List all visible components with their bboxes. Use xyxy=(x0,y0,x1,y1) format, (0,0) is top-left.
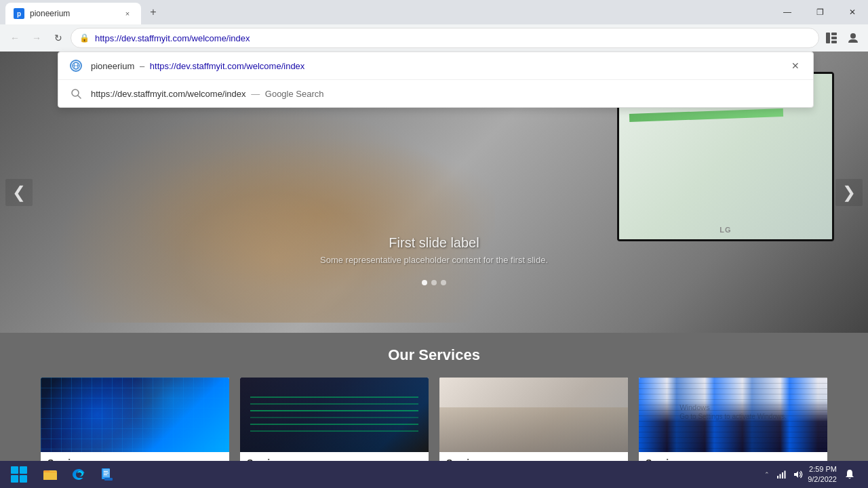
slide-indicator-3[interactable] xyxy=(441,280,446,285)
autocomplete-close-button[interactable]: ✕ xyxy=(789,59,802,73)
lock-icon: 🔒 xyxy=(79,33,90,43)
slide-indicator-1[interactable] xyxy=(422,280,427,285)
minimize-button[interactable]: — xyxy=(772,0,803,24)
autocomplete-search-text: https://dev.staffmyit.com/welcome/index … xyxy=(91,89,802,99)
svg-rect-14 xyxy=(104,471,108,472)
network-icon[interactable] xyxy=(775,468,789,481)
autocomplete-item-site[interactable]: pioneerium – https://dev.staffmyit.com/w… xyxy=(58,52,813,80)
monitor-brand-label: LG xyxy=(719,226,731,234)
service-image-3 xyxy=(439,378,628,452)
windows-logo-icon xyxy=(11,466,27,483)
taskbar: ⌃ 2:59 PM 9/2/2022 xyxy=(0,461,868,488)
file-explorer-icon xyxy=(42,466,58,483)
sidebar-button[interactable] xyxy=(822,28,841,47)
taskbar-file-explorer[interactable] xyxy=(37,462,64,487)
slide-indicator-2[interactable] xyxy=(431,280,437,285)
refresh-button[interactable]: ↻ xyxy=(49,28,68,47)
slide-label: First slide label xyxy=(320,235,548,251)
svg-rect-15 xyxy=(104,473,108,474)
svg-rect-3 xyxy=(831,41,837,43)
sys-tray-expand-button[interactable]: ⌃ xyxy=(762,464,772,485)
close-button[interactable]: ✕ xyxy=(837,0,868,24)
globe-icon-inner xyxy=(70,60,82,72)
slide-prev-button[interactable]: ❮ xyxy=(5,179,33,206)
svg-rect-16 xyxy=(104,474,107,475)
svg-rect-11 xyxy=(43,472,57,480)
svg-rect-20 xyxy=(782,472,783,479)
autocomplete-dropdown: pioneerium – https://dev.staffmyit.com/w… xyxy=(58,52,814,108)
services-grid: Service Service Service Service xyxy=(41,378,827,461)
tab-favicon: p xyxy=(14,8,24,19)
address-text: https://dev.staffmyit.com/welcome/index xyxy=(95,33,810,43)
clock-date: 9/2/2022 xyxy=(808,474,837,485)
search-icon xyxy=(69,87,83,100)
globe-icon xyxy=(69,59,83,73)
svg-rect-21 xyxy=(785,471,786,479)
clock-time: 2:59 PM xyxy=(808,464,837,474)
svg-line-9 xyxy=(78,96,81,98)
svg-point-4 xyxy=(850,33,856,39)
address-bar[interactable]: 🔒 https://dev.staffmyit.com/welcome/inde… xyxy=(71,28,819,48)
profile-icon xyxy=(847,32,859,44)
tab-close-button[interactable]: × xyxy=(122,8,133,19)
service-card-1[interactable]: Service xyxy=(41,378,229,461)
taskbar-right: ⌃ 2:59 PM 9/2/2022 xyxy=(756,464,865,485)
new-tab-button[interactable]: + xyxy=(144,3,163,22)
slide-next-button[interactable]: ❯ xyxy=(835,179,863,206)
service-label-3: Service xyxy=(439,452,628,461)
notification-button[interactable] xyxy=(840,464,860,485)
taskbar-files-app[interactable] xyxy=(94,462,121,487)
autocomplete-item-search[interactable]: https://dev.staffmyit.com/welcome/index … xyxy=(58,80,813,107)
svg-rect-19 xyxy=(780,474,781,479)
address-row: ← → ↻ 🔒 https://dev.staffmyit.com/welcom… xyxy=(0,24,868,52)
service-card-2[interactable]: Service xyxy=(240,378,429,461)
notification-icon xyxy=(844,469,855,480)
profile-button[interactable] xyxy=(844,28,863,47)
edge-browser-icon xyxy=(71,466,87,483)
service-image-1 xyxy=(41,378,229,452)
autocomplete-site-text: pioneerium – https://dev.staffmyit.com/w… xyxy=(91,61,781,71)
hero-slide-text: First slide label Some representative pl… xyxy=(320,235,548,265)
service-card-3[interactable]: Service xyxy=(439,378,628,461)
tab-bar: p pioneerium × + — ❐ ✕ xyxy=(0,0,868,24)
services-section: Our Services Service Service Service Ser… xyxy=(0,333,868,461)
svg-rect-0 xyxy=(826,33,830,43)
monitor-ruler xyxy=(629,108,783,122)
service-label-4: Service xyxy=(639,452,827,461)
active-tab[interactable]: p pioneerium × xyxy=(5,3,141,24)
forward-button[interactable]: → xyxy=(27,28,46,47)
files-app-icon xyxy=(99,466,115,483)
slide-indicators xyxy=(422,280,446,285)
svg-rect-1 xyxy=(831,33,837,35)
window-controls: — ❐ ✕ xyxy=(772,0,868,24)
browser-chrome: p pioneerium × + — ❐ ✕ ← → ↻ 🔒 https://d… xyxy=(0,0,868,52)
svg-rect-18 xyxy=(777,476,778,479)
taskbar-clock[interactable]: 2:59 PM 9/2/2022 xyxy=(808,464,837,485)
service-card-4[interactable]: Service xyxy=(639,378,827,461)
taskbar-edge[interactable] xyxy=(65,462,92,487)
back-button[interactable]: ← xyxy=(5,28,24,47)
services-title: Our Services xyxy=(41,346,827,364)
main-content: LG First slide label Some representative… xyxy=(0,52,868,461)
slide-description: Some representative placeholder content … xyxy=(320,255,548,265)
service-image-4 xyxy=(639,378,827,452)
sidebar-icon xyxy=(825,32,837,44)
service-image-2 xyxy=(240,378,429,452)
svg-rect-2 xyxy=(831,37,837,39)
svg-rect-17 xyxy=(104,478,113,481)
maximize-button[interactable]: ❐ xyxy=(804,0,835,24)
start-button[interactable] xyxy=(3,461,35,488)
volume-icon[interactable] xyxy=(791,468,805,481)
service-label-2: Service xyxy=(240,452,429,461)
tab-title: pioneerium xyxy=(30,9,117,18)
service-label-1: Service xyxy=(41,452,229,461)
hero-image-hands xyxy=(54,106,495,323)
